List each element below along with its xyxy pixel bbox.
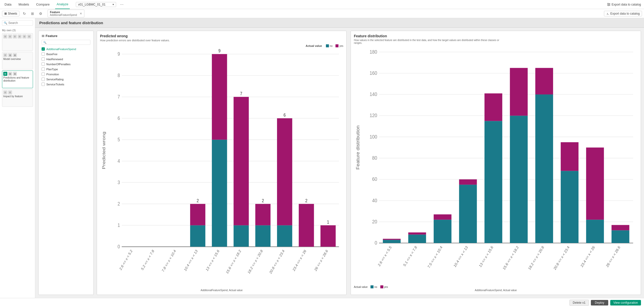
svg-text:Feature distribution: Feature distribution [355,125,360,169]
view-configuration-green-button[interactable]: View configuration [610,300,641,305]
card-predictions[interactable]: ⊞ ▦ ▦ Predictions and feature distributi… [2,71,33,88]
svg-rect-93 [485,93,502,121]
feature-checkbox [42,83,45,86]
sheets-button[interactable]: ▦ Sheets [2,11,19,16]
svg-text:160: 160 [369,70,377,76]
search-input[interactable] [8,21,31,25]
svg-rect-37 [212,140,227,247]
search-box[interactable]: 🔍 [2,20,33,26]
card-impact[interactable]: ⊞ ⊞ Impact by feature [2,89,33,107]
feature-item[interactable]: HasRenewed [42,57,90,61]
fd-label-no: no [374,286,377,288]
svg-text:15.6 <= x < 18.2: 15.6 <= x < 18.2 [502,245,519,271]
left-sidebar: 🔍 My own (3) ⊞ ⊞ ⊞ ⊞ ⊞ ⊞ ⊞ ▦ ▦ [0,18,35,298]
svg-text:20.8 <= x < 23.4: 20.8 <= x < 23.4 [269,249,285,275]
card-icon-bar: ▦ [8,53,12,57]
svg-rect-105 [586,148,604,220]
model-selector[interactable]: v01_LGBMC_01_01 ▾ [76,2,116,7]
svg-text:Predicted wrong: Predicted wrong [101,132,106,169]
svg-text:10.4 <= x < 13: 10.4 <= x < 13 [453,245,468,268]
more-options[interactable]: ··· [120,2,123,7]
feature-item[interactable]: BaseFee [42,52,90,56]
svg-text:6: 6 [118,115,120,121]
top-nav: Data Models Compare Analyze v01_LGBMC_01… [0,0,644,9]
top-nav-right: Export data to catalog [607,3,641,6]
second-bar-right: Export data to catalog [604,11,642,16]
export-icon [606,12,609,15]
svg-text:26 <= x < 28.6: 26 <= x < 28.6 [314,249,329,272]
feature-tab-subtitle: AdditionalFeatureSpend [50,14,77,16]
model-selector-arrow: ▾ [113,3,114,6]
feature-item[interactable]: ServiceRating [42,77,90,81]
export-button[interactable]: Export data to catalog [604,11,642,16]
card-1[interactable]: ⊞ ⊞ ⊞ ⊞ ⊞ ⊞ [2,33,33,51]
feature-tab[interactable]: Feature AdditionalFeatureSpend ✕ [48,10,84,17]
feature-dist-title: Feature distribution [354,34,638,38]
svg-text:1: 1 [118,222,120,228]
svg-text:6: 6 [284,112,286,118]
view-config-label: Export data to catalog [612,3,641,6]
feature-dist-x-title: AdditionalFeatureSpend, Actual value [354,289,638,292]
refresh-icon[interactable]: ↻ [21,11,27,17]
svg-text:15.6 <= x < 18.2: 15.6 <= x < 18.2 [225,249,242,275]
card-model-overview[interactable]: ⊞ ▦ ▦ Model overview [2,52,33,70]
predicted-wrong-chart-area: 0123456789Predicted wrong 2.6 <= x < 5.2… [100,49,343,288]
feature-item[interactable]: PlanType [42,67,90,71]
svg-text:5: 5 [118,137,120,142]
feature-item[interactable]: NumberOfPenalties [42,62,90,66]
feature-panel: Feature 🔍 ✓AdditionalFeatureSpendBaseFee… [38,31,94,295]
svg-text:5.2 <= x < 7.8: 5.2 <= x < 7.8 [140,249,155,271]
svg-rect-42 [233,97,249,225]
view-configuration-button[interactable]: Export data to catalog [607,3,641,6]
deploy-button[interactable]: Deploy [591,300,608,305]
svg-rect-96 [510,68,528,116]
feature-search-input[interactable] [47,41,89,44]
svg-rect-53 [299,204,314,247]
list-icon [42,35,45,38]
delete-button[interactable]: Delete v1 [569,300,589,306]
sheet-icon: ▦ [4,12,7,15]
svg-text:1: 1 [327,219,329,225]
feature-name: BaseFee [46,53,57,56]
feature-list: ✓AdditionalFeatureSpendBaseFeeHasRenewed… [42,47,90,86]
svg-rect-38 [212,54,227,140]
svg-rect-98 [535,94,553,243]
svg-text:0: 0 [375,240,377,246]
svg-text:2: 2 [197,198,199,203]
nav-models[interactable]: Models [17,0,30,9]
model-name: v01_LGBMC_01_01 [78,3,106,6]
card-icon: ⊞ [18,35,22,39]
svg-rect-46 [255,204,270,225]
settings-small-icon[interactable]: ⚙ [38,11,44,17]
svg-rect-95 [510,116,528,243]
svg-point-3 [608,3,608,4]
section-label: My own (3) [0,28,35,32]
feature-item[interactable]: ✓AdditionalFeatureSpend [42,47,90,51]
svg-rect-90 [459,179,477,185]
feature-item[interactable]: ServiceTickets [42,82,90,86]
feature-search-icon: 🔍 [43,41,46,44]
nav-analyze[interactable]: Analyze [55,0,70,9]
feature-tab-close[interactable]: ✕ [80,12,82,15]
feature-search[interactable]: 🔍 [42,40,90,45]
feature-distribution-panel: Feature distribution How values in the s… [351,31,641,295]
svg-rect-50 [277,118,292,225]
svg-text:20: 20 [372,219,377,224]
card-icon: ⊞ [22,35,26,39]
feature-checkbox: ✓ [42,47,45,51]
feature-item[interactable]: Promotion [42,72,90,76]
legend-title: Actual value [306,44,322,47]
layout-icon[interactable]: ⊞ [29,11,36,17]
svg-text:23.4 <= x < 26: 23.4 <= x < 26 [580,245,595,268]
svg-rect-84 [408,232,426,234]
svg-text:40: 40 [372,197,377,203]
nav-data[interactable]: Data [3,0,13,9]
feature-checkbox [42,78,45,81]
svg-rect-6 [42,35,44,36]
feature-panel-title: Feature [42,34,90,38]
svg-rect-34 [190,204,205,225]
card-icon: ⊞ [27,35,31,39]
legend-yes: yes [335,44,343,47]
nav-compare[interactable]: Compare [35,0,51,9]
feature-dist-svg: 020406080100120140160180Feature distribu… [354,47,638,284]
